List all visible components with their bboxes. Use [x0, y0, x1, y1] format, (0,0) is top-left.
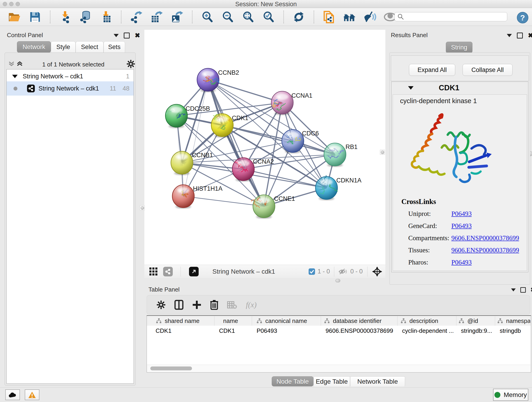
left-splitter-handle[interactable]	[140, 205, 145, 211]
memory-button[interactable]: Memory	[493, 389, 528, 401]
search-input[interactable]	[394, 12, 507, 21]
table-cell[interactable]: CDK1	[156, 326, 214, 336]
home-icon[interactable]	[343, 11, 356, 23]
help-button[interactable]: ?	[517, 12, 528, 23]
panel-menu-icon[interactable]	[511, 288, 516, 292]
open-in-new-window-icon[interactable]	[189, 267, 199, 276]
panel-float-icon[interactable]	[520, 287, 526, 293]
column-label: description	[409, 317, 438, 325]
node-RB1[interactable]: RB1	[324, 143, 358, 167]
column-header-namespace[interactable]: namespace	[495, 316, 530, 326]
crosslink-link[interactable]: P06493	[451, 210, 472, 217]
collapse-expand-icons[interactable]	[8, 61, 24, 67]
panel-menu-icon[interactable]	[114, 34, 119, 37]
column-header-shared-name[interactable]: shared name	[151, 316, 215, 326]
add-column-icon[interactable]	[192, 300, 201, 309]
table-options-gear-icon[interactable]	[157, 300, 166, 309]
crosslink-link[interactable]: P06493	[451, 222, 472, 230]
zoom-out-icon[interactable]	[221, 11, 234, 23]
table-cell[interactable]: stringdb:9...	[461, 326, 494, 336]
copy-views-icon[interactable]	[323, 11, 336, 23]
crosslink-link[interactable]: 9606.ENSP00000378699	[451, 246, 519, 254]
network-row-selected[interactable]: String Network – cdk1 11 48	[7, 81, 133, 96]
panel-close-icon[interactable]: ✖	[135, 33, 140, 38]
grid-view-icon[interactable]	[149, 267, 158, 276]
panel-menu-icon[interactable]	[507, 34, 512, 37]
save-session-icon[interactable]	[29, 11, 41, 23]
panel-close-icon[interactable]: ✖	[528, 33, 532, 38]
refresh-icon[interactable]	[292, 11, 305, 23]
tab-network-table[interactable]: Network Table	[350, 376, 405, 386]
collapse-all-button[interactable]: Collapse All	[462, 64, 513, 76]
table-cell[interactable]: stringdb	[500, 326, 530, 336]
export-network-icon[interactable]	[130, 11, 143, 23]
collection-expand-icon[interactable]	[12, 75, 18, 78]
expand-all-button[interactable]: Expand All	[409, 64, 455, 76]
panel-float-icon[interactable]	[124, 32, 130, 38]
hide-selected-icon[interactable]	[363, 11, 376, 23]
import-database-icon[interactable]	[79, 11, 92, 23]
svg-text:HIST1H1A: HIST1H1A	[193, 185, 222, 192]
node-CDKN1A[interactable]: CDKN1A	[316, 175, 361, 200]
network-canvas[interactable]: CCNB2 CCNA1 CDC25B CDK1 CDC6 RB1 CCNB1	[144, 30, 385, 265]
node-HIST1H1A[interactable]: HIST1H1A	[172, 185, 222, 209]
network-options-gear-icon[interactable]	[127, 60, 135, 68]
horizontal-splitter-handle[interactable]	[336, 279, 340, 282]
crosslink-link[interactable]: 9606.ENSP00000378699	[451, 234, 519, 242]
tab-node-table[interactable]: Node Table	[272, 376, 313, 386]
tab-network[interactable]: Network	[17, 41, 51, 53]
table-cell[interactable]: cyclin-dependent ...	[402, 326, 456, 336]
column-header--id[interactable]: @id	[456, 316, 495, 326]
table-cell[interactable]: 9606.ENSP00000378699	[326, 326, 397, 336]
warnings-button[interactable]	[25, 389, 39, 400]
column-header-name[interactable]: name	[215, 316, 252, 326]
crosslink-link[interactable]: P06493	[451, 259, 472, 266]
column-header-database-identifier[interactable]: database identifier	[321, 316, 398, 326]
crosslink-row: Uniprot:P06493	[408, 208, 519, 220]
open-session-icon[interactable]	[8, 11, 21, 23]
birds-eye-view-icon[interactable]	[372, 267, 382, 277]
show-columns-icon[interactable]	[174, 300, 184, 310]
export-image-icon[interactable]	[171, 11, 184, 23]
table-cell[interactable]: P06493	[257, 326, 320, 336]
zoom-in-icon[interactable]	[201, 11, 214, 23]
hidden-counts: 0 - 0	[350, 268, 363, 275]
node-CCNE1[interactable]: CCNE1	[251, 195, 295, 219]
warning-icon	[28, 391, 36, 398]
right-splitter-handle[interactable]	[380, 150, 385, 155]
selected-checkbox-icon[interactable]	[308, 268, 315, 275]
scrollbar-thumb[interactable]	[150, 366, 192, 370]
network-share-view-icon[interactable]	[163, 267, 173, 276]
tab-style[interactable]: Style	[51, 41, 76, 53]
panel-float-icon[interactable]	[517, 32, 523, 38]
function-builder-icon[interactable]: f(x)	[246, 300, 257, 309]
protein-structure-image	[403, 107, 494, 196]
table-hscrollbar[interactable]	[147, 365, 530, 372]
cloud-button[interactable]	[5, 389, 20, 400]
tab-select[interactable]: Select	[76, 41, 104, 53]
section-collapse-icon[interactable]	[408, 86, 413, 89]
network-collection-row[interactable]: String Network – cdk1 1	[7, 71, 133, 81]
column-header-description[interactable]: description	[398, 316, 456, 326]
panel-close-icon[interactable]: ✖	[530, 288, 532, 292]
tab-edge-table[interactable]: Edge Table	[313, 376, 350, 386]
import-table-icon[interactable]	[100, 11, 113, 23]
zoom-selected-icon[interactable]	[262, 11, 275, 23]
import-network-icon[interactable]	[59, 11, 72, 23]
results-panel-title: Results Panel	[391, 32, 428, 39]
export-table-icon[interactable]	[150, 11, 163, 23]
crosslink-row: Compartments:9606.ENSP00000378699	[408, 232, 519, 244]
node-CCNB1[interactable]: CCNB1	[171, 151, 213, 175]
network-nodes[interactable]: CCNB2 CCNA1 CDC25B CDK1 CDC6 RB1 CCNB1	[165, 68, 361, 219]
delete-table-icon[interactable]	[227, 301, 237, 309]
tab-sets[interactable]: Sets	[104, 41, 125, 53]
table-cell[interactable]: CDK1	[219, 326, 251, 336]
hidden-eye-icon[interactable]	[338, 268, 348, 275]
protein-section-header[interactable]: CDK1	[392, 82, 528, 94]
tab-string[interactable]: String	[446, 42, 472, 53]
svg-text:CCNA1: CCNA1	[291, 92, 312, 99]
column-header-canonical-name[interactable]: canonical name	[252, 316, 321, 326]
delete-column-icon[interactable]	[210, 300, 218, 310]
zoom-fit-icon[interactable]	[242, 11, 254, 23]
table-row[interactable]: CDK1CDK1P064939606.ENSP00000378699cyclin…	[147, 326, 530, 336]
